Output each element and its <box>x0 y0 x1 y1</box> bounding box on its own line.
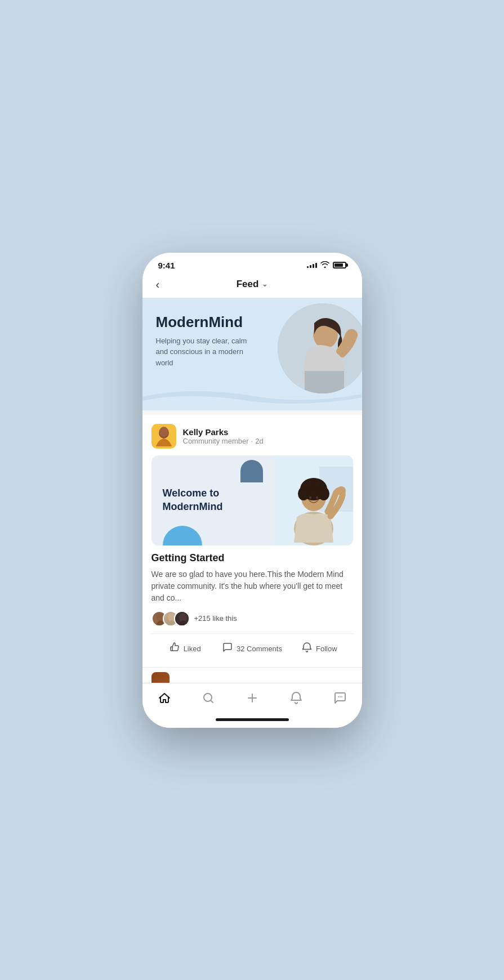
hero-subtitle: Helping you stay clear, calm and conscio… <box>156 335 257 369</box>
feed-title: Feed <box>237 279 259 290</box>
svg-point-15 <box>305 480 314 489</box>
thumbs-up-icon <box>169 642 180 656</box>
post-image-right <box>274 455 353 545</box>
signal-icon <box>307 263 317 268</box>
follow-button[interactable]: Follow <box>286 639 353 658</box>
nav-home[interactable] <box>149 689 180 710</box>
status-bar: 9:41 <box>142 253 362 274</box>
svg-point-14 <box>318 487 329 500</box>
svg-point-19 <box>337 486 346 495</box>
hero-image <box>278 303 362 393</box>
liked-button[interactable]: Liked <box>151 639 218 658</box>
back-button[interactable]: ‹ <box>156 278 174 291</box>
nav-search[interactable] <box>193 689 224 710</box>
status-icons <box>307 261 346 270</box>
post-time: 2d <box>255 437 263 445</box>
bell-nav-icon <box>289 691 303 708</box>
post-body: We are so glad to have you here.This the… <box>151 569 353 604</box>
battery-icon <box>333 262 346 269</box>
actions-row: Liked 32 Comments <box>151 633 353 658</box>
avatar <box>151 424 176 449</box>
svg-point-17 <box>309 496 311 499</box>
shape-half-circle <box>163 526 202 545</box>
svg-point-16 <box>314 479 323 488</box>
post-author: Kelly Parks Community member · 2d <box>151 424 353 449</box>
svg-point-13 <box>298 487 309 500</box>
svg-point-26 <box>340 696 341 697</box>
nav-title: Feed ⌄ <box>237 279 268 290</box>
post-image-title: Welcome to ModernMind <box>163 487 263 513</box>
shape-circle <box>240 460 263 482</box>
follow-label: Follow <box>316 645 337 653</box>
nav-messages[interactable] <box>324 689 356 710</box>
svg-point-27 <box>341 696 342 697</box>
author-info: Kelly Parks Community member · 2d <box>183 427 264 445</box>
comments-button[interactable]: 32 Comments <box>218 639 286 658</box>
chevron-down-icon[interactable]: ⌄ <box>262 280 267 288</box>
author-role: Community member <box>183 437 249 445</box>
next-post-preview <box>142 668 362 683</box>
bell-icon <box>301 642 313 656</box>
svg-point-6 <box>159 427 168 437</box>
svg-rect-2 <box>305 371 344 393</box>
home-indicator <box>142 714 362 728</box>
nav-bar: ‹ Feed ⌄ <box>142 274 362 298</box>
nav-notifications[interactable] <box>280 689 312 710</box>
nav-create[interactable] <box>237 689 268 710</box>
hero-banner: ModernMind Helping you stay clear, calm … <box>142 298 362 410</box>
liked-label: Liked <box>184 645 201 653</box>
wifi-icon <box>320 261 329 270</box>
svg-point-25 <box>338 696 339 697</box>
svg-point-24 <box>204 693 212 701</box>
author-name: Kelly Parks <box>183 427 264 437</box>
like-avatar-3 <box>174 611 190 627</box>
post-image-card: Welcome to ModernMind <box>151 455 353 545</box>
author-meta: Community member · 2d <box>183 437 264 445</box>
phone-frame: 9:41 ‹ Feed ⌄ <box>142 253 362 728</box>
preview-avatar <box>151 672 170 683</box>
search-icon <box>202 691 215 708</box>
home-icon <box>158 691 171 708</box>
likes-count: +215 like this <box>194 614 237 623</box>
status-time: 9:41 <box>158 261 175 270</box>
chat-icon <box>333 691 347 708</box>
plus-icon <box>246 691 259 708</box>
post-card: Kelly Parks Community member · 2d Welcom… <box>142 415 362 667</box>
comment-icon <box>222 642 233 656</box>
bottom-nav <box>142 683 362 714</box>
like-avatars <box>151 611 190 627</box>
svg-point-18 <box>316 496 318 499</box>
post-title: Getting Started <box>151 552 353 564</box>
likes-row: +215 like this <box>151 611 353 627</box>
post-image-left: Welcome to ModernMind <box>151 455 274 545</box>
home-bar <box>216 718 289 721</box>
content-area[interactable]: ModernMind Helping you stay clear, calm … <box>142 298 362 683</box>
comments-label: 32 Comments <box>237 645 282 653</box>
